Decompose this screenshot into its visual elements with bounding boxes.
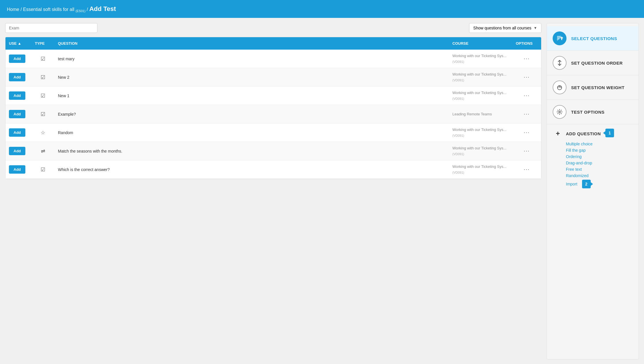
options-menu-2[interactable]: ··· (512, 71, 541, 83)
type-fill-the-gap[interactable]: Fill the gap (566, 148, 633, 153)
col-use[interactable]: USE ▲ (5, 41, 31, 46)
col-type[interactable]: TYPE (31, 41, 54, 46)
type-import[interactable]: Import (566, 182, 577, 186)
test-options-label: TEST OPTIONS (571, 110, 605, 115)
svg-rect-0 (557, 36, 561, 37)
add-button-7[interactable]: Add (9, 165, 25, 174)
type-free-text[interactable]: Free text (566, 167, 633, 172)
course-1: Working with our Ticketing Sys... (VD091… (449, 50, 512, 67)
test-options-icon (553, 105, 566, 119)
add-button-1[interactable]: Add (9, 55, 25, 63)
star-icon-5: ☆ (31, 127, 54, 139)
add-button-4[interactable]: Add (9, 110, 25, 118)
badge-2: 2 (582, 180, 591, 188)
right-sidebar: SELECT QUESTIONS SET QUESTION ORDER S (547, 23, 639, 359)
table-row: Add ☑ New 2 Working with our Ticketing S… (5, 68, 541, 87)
checkbox-icon-1: ☑ (31, 53, 54, 65)
question-text-7: Which is the correct answer? (54, 164, 449, 175)
checkbox-icon-7: ☑ (31, 164, 54, 176)
table-row: Add ☑ New 1 Working with our Ticketing S… (5, 87, 541, 105)
sidebar-set-weight[interactable]: SET QUESTION WEIGHT (547, 75, 639, 100)
set-order-label: SET QUESTION ORDER (571, 61, 623, 65)
type-drag-and-drop[interactable]: Drag-and-drop (566, 161, 633, 165)
add-button-2[interactable]: Add (9, 73, 25, 81)
options-menu-6[interactable]: ··· (512, 145, 541, 157)
col-course[interactable]: COURSE (449, 41, 512, 46)
table-row: Add ☑ test mary Working with our Ticketi… (5, 50, 541, 68)
checkbox-icon-4: ☑ (31, 108, 54, 120)
checkbox-icon-2: ☑ (31, 71, 54, 83)
shuffle-icon-6: ⇌ (31, 145, 54, 157)
breadcrumb-home[interactable]: Home (7, 7, 19, 12)
search-input[interactable] (5, 23, 97, 33)
add-question-section: + ADD QUESTION 1 Multiple choice Fill th… (547, 124, 639, 191)
question-text-4: Example? (54, 109, 449, 119)
svg-rect-4 (560, 37, 563, 38)
main-content: Show questions from all courses ▼ USE ▲ … (5, 23, 541, 359)
search-bar: Show questions from all courses ▼ (5, 23, 541, 33)
breadcrumb-sep2: / (87, 7, 89, 12)
add-plus-icon: + (553, 128, 563, 139)
checkbox-icon-3: ☑ (31, 90, 54, 102)
add-button-3[interactable]: Add (9, 91, 25, 100)
select-questions-label: SELECT QUESTIONS (571, 36, 617, 41)
type-multiple-choice[interactable]: Multiple choice (566, 142, 633, 146)
question-types-list: Multiple choice Fill the gap Ordering Dr… (553, 142, 633, 188)
table-row: Add ☆ Random Working with our Ticketing … (5, 123, 541, 142)
import-row: Import 2 (566, 180, 633, 188)
course-filter-button[interactable]: Show questions from all courses ▼ (469, 23, 541, 33)
type-randomized[interactable]: Randomized (566, 173, 633, 178)
course-7: Working with our Ticketing Sys... (VD091… (449, 161, 512, 178)
table-header: USE ▲ TYPE QUESTION COURSE OPTIONS (5, 37, 541, 50)
page-header: Home / Essential soft skills for all (ES… (0, 0, 644, 18)
options-menu-5[interactable]: ··· (512, 127, 541, 138)
add-button-6[interactable]: Add (9, 147, 25, 155)
question-text-3: New 1 (54, 91, 449, 101)
course-5: Working with our Ticketing Sys... (VD091… (449, 124, 512, 141)
options-menu-4[interactable]: ··· (512, 108, 541, 120)
questions-table: USE ▲ TYPE QUESTION COURSE OPTIONS Add ☑… (5, 37, 541, 179)
course-2: Working with our Ticketing Sys... (VD091… (449, 69, 512, 86)
course-6: Working with our Ticketing Sys... (VD091… (449, 142, 512, 160)
question-text-2: New 2 (54, 72, 449, 82)
question-text-1: test mary (54, 54, 449, 64)
badge-1: 1 (605, 129, 614, 137)
col-question[interactable]: QUESTION (54, 41, 449, 46)
set-weight-icon (553, 80, 566, 94)
col-options[interactable]: OPTIONS (512, 41, 541, 46)
options-menu-1[interactable]: ··· (512, 53, 541, 65)
sidebar-test-options[interactable]: TEST OPTIONS (547, 100, 639, 124)
page-title: Add Test (89, 5, 116, 12)
set-order-icon (553, 56, 566, 70)
add-button-5[interactable]: Add (9, 128, 25, 137)
options-menu-3[interactable]: ··· (512, 90, 541, 102)
course-3: Working with our Ticketing Sys... (VD091… (449, 87, 512, 104)
question-text-6: Match the seasons with the months. (54, 146, 449, 156)
sidebar-set-order[interactable]: SET QUESTION ORDER (547, 51, 639, 75)
options-menu-7[interactable]: ··· (512, 164, 541, 175)
question-text-5: Random (54, 127, 449, 138)
sidebar-select-questions[interactable]: SELECT QUESTIONS (547, 26, 639, 51)
set-weight-label: SET QUESTION WEIGHT (571, 85, 624, 90)
chevron-down-icon: ▼ (534, 26, 537, 30)
type-ordering[interactable]: Ordering (566, 154, 633, 159)
svg-rect-1 (557, 37, 561, 38)
table-row: Add ☑ Which is the correct answer? Worki… (5, 160, 541, 179)
svg-rect-2 (557, 38, 560, 39)
table-row: Add ☑ Example? Leading Remote Teams ··· (5, 105, 541, 123)
add-question-label: ADD QUESTION (566, 131, 601, 136)
breadcrumb-course[interactable]: Essential soft skills for all (ES01) (23, 7, 87, 12)
breadcrumb-sep1: / (20, 7, 23, 12)
add-question-header: + ADD QUESTION 1 (553, 128, 633, 139)
course-4: Leading Remote Teams (449, 108, 512, 120)
select-questions-icon (553, 31, 566, 45)
table-row: Add ⇌ Match the seasons with the months.… (5, 142, 541, 160)
svg-point-6 (559, 111, 560, 113)
